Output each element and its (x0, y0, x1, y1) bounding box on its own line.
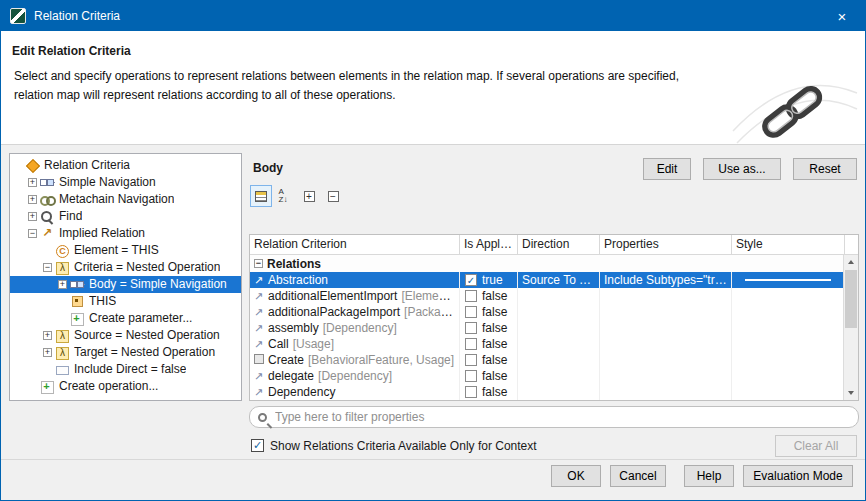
tree-expander[interactable]: + (28, 212, 37, 221)
direction-cell (518, 368, 600, 384)
filter-input[interactable] (275, 410, 850, 424)
table-row[interactable]: Call[Usage] false (250, 336, 843, 352)
applied-checkbox[interactable] (465, 370, 477, 382)
table-row[interactable]: additionalElementImport[ElementI...] fal… (250, 288, 843, 304)
relation-name: Create (268, 353, 304, 367)
tree-item[interactable]: + Body = Simple Navigation (10, 276, 241, 293)
column-relation-criterion[interactable]: Relation Criterion (250, 235, 460, 254)
tree-expander[interactable]: + (43, 331, 52, 340)
help-button[interactable]: Help (684, 465, 734, 487)
search-icon (258, 413, 267, 422)
style-cell (732, 384, 845, 400)
tree-item[interactable]: Element = THIS (10, 242, 241, 259)
relation-arrow-icon (254, 320, 268, 336)
context-checkbox[interactable] (251, 439, 264, 452)
collapse-all-icon[interactable] (322, 185, 344, 207)
applied-checkbox[interactable] (465, 354, 477, 366)
table-row[interactable]: Dependency false (250, 384, 843, 400)
tree-item[interactable]: Create parameter... (10, 310, 241, 327)
tree-item-label: Create operation... (59, 378, 158, 395)
applied-label: false (482, 321, 507, 335)
tree-expander[interactable]: − (43, 263, 52, 272)
column-is-applied[interactable]: Is Applied (460, 235, 518, 254)
tree-item[interactable]: − Implied Relation (10, 225, 241, 242)
relation-suffix: [Dependency] (318, 369, 392, 383)
reset-button[interactable]: Reset (793, 158, 857, 180)
tree-item-label: Criteria = Nested Operation (74, 259, 220, 276)
evaluation-mode-button[interactable]: Evaluation Mode (743, 465, 853, 487)
tree-item[interactable]: + Simple Navigation (10, 174, 241, 191)
tree-item[interactable]: Relation Criteria (10, 157, 241, 174)
applied-checkbox[interactable] (465, 338, 477, 350)
tree-item[interactable]: + Find (10, 208, 241, 225)
applied-checkbox[interactable] (465, 290, 477, 302)
column-direction[interactable]: Direction (518, 235, 600, 254)
relation-name: assembly (268, 321, 319, 335)
sort-icon[interactable] (274, 185, 296, 207)
properties-cell (600, 352, 732, 368)
categorized-view-icon[interactable] (250, 185, 272, 207)
applied-checkbox[interactable] (465, 306, 477, 318)
use-as-button[interactable]: Use as... (703, 158, 781, 180)
tree-expander[interactable]: + (28, 178, 37, 187)
direction-cell: Source To Tar... (518, 272, 600, 288)
relation-name: Call (268, 337, 289, 351)
close-button[interactable]: × (819, 1, 865, 31)
lambda-icon (55, 261, 70, 274)
tree-item[interactable]: + Metachain Navigation (10, 191, 241, 208)
relation-name: Abstraction (268, 273, 328, 287)
table-row[interactable]: Create[BehavioralFeature, Usage] false (250, 352, 843, 368)
applied-checkbox[interactable]: ✓ (465, 274, 477, 286)
table-row[interactable]: assembly[Dependency] false (250, 320, 843, 336)
ok-button[interactable]: OK (551, 465, 601, 487)
tree-item[interactable]: Include Direct = false (10, 361, 241, 378)
filter-box (249, 406, 859, 428)
style-line (745, 279, 831, 281)
relation-name: Dependency (268, 385, 335, 399)
tree-expander[interactable]: + (28, 195, 37, 204)
direction-cell (518, 384, 600, 400)
this-icon (70, 295, 85, 308)
scrollbar-thumb[interactable] (845, 270, 857, 328)
tree-item-label: Create parameter... (89, 310, 192, 327)
style-cell (732, 272, 845, 288)
tree-expander[interactable]: + (58, 280, 67, 289)
properties-cell: Include Subtypes="true" (600, 272, 732, 288)
relation-suffix: [ElementI...] (401, 289, 460, 303)
tree-item-label: Source = Nested Operation (74, 327, 220, 344)
applied-checkbox[interactable] (465, 386, 477, 398)
scroll-up-icon[interactable] (844, 255, 858, 269)
table-row[interactable]: Abstraction ✓true Source To Tar... Inclu… (250, 272, 843, 288)
edit-button[interactable]: Edit (643, 158, 691, 180)
table-row[interactable]: additionalPackageImport[PackageI...] fal… (250, 304, 843, 320)
style-cell (732, 320, 845, 336)
applied-checkbox[interactable] (465, 322, 477, 334)
relation-arrow-icon (254, 288, 268, 304)
relations-group-row[interactable]: − Relations (250, 255, 858, 272)
tree-item[interactable]: THIS (10, 293, 241, 310)
column-style[interactable]: Style (732, 235, 845, 254)
tree-expander[interactable]: + (43, 348, 52, 357)
group-collapse-icon[interactable]: − (254, 259, 263, 268)
style-cell (732, 352, 845, 368)
column-properties[interactable]: Properties (600, 235, 732, 254)
detail-title: Body (253, 161, 283, 175)
table-scrollbar[interactable] (843, 255, 858, 400)
scroll-down-icon[interactable] (844, 386, 858, 400)
tree-expander[interactable]: − (28, 229, 37, 238)
direction-cell (518, 304, 600, 320)
cancel-button[interactable]: Cancel (610, 465, 666, 487)
expand-all-icon[interactable] (298, 185, 320, 207)
tree-item[interactable]: + Target = Nested Operation (10, 344, 241, 361)
tree-item-label: Element = THIS (74, 242, 159, 259)
tree-item-label: Relation Criteria (44, 157, 130, 174)
tree-item[interactable]: + Source = Nested Operation (10, 327, 241, 344)
properties-cell (600, 336, 732, 352)
context-row: Show Relations Criteria Available Only f… (251, 434, 857, 457)
lambda-icon (55, 329, 70, 342)
tree-item-label: Include Direct = false (74, 361, 186, 378)
table-row[interactable]: delegate[Dependency] false (250, 368, 843, 384)
properties-cell (600, 288, 732, 304)
tree-item[interactable]: − Criteria = Nested Operation (10, 259, 241, 276)
tree-item[interactable]: Create operation... (10, 378, 241, 395)
